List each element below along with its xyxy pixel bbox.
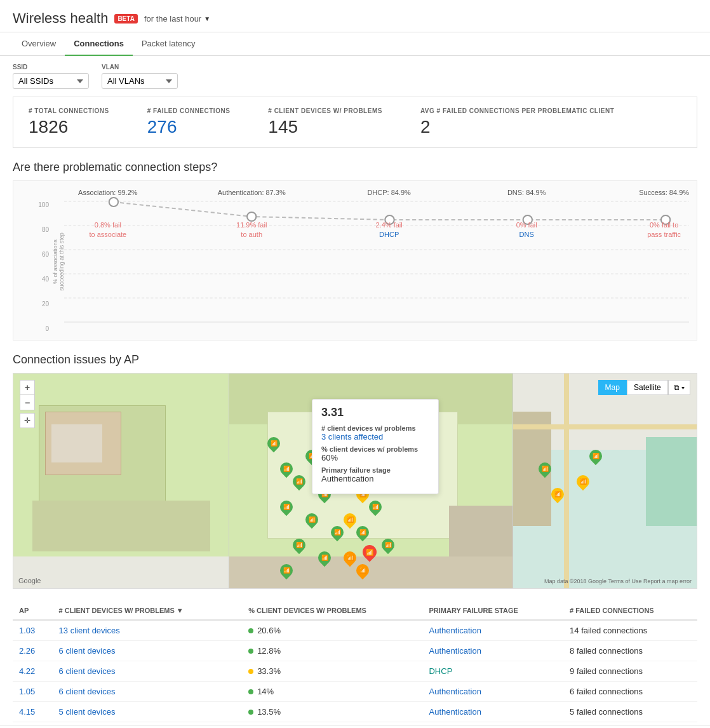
map-layers-button[interactable]: ⧉ ▾ [668, 380, 690, 395]
cell-failure: Authentication [422, 702, 563, 722]
cell-pct: 12.8% [242, 641, 422, 661]
table-body: 1.03 13 client devices 20.6% Authenticat… [13, 620, 697, 722]
clients-link[interactable]: 6 client devices [59, 687, 116, 696]
svg-point-9 [523, 215, 532, 224]
chart-svg [64, 189, 689, 335]
cell-failed-count: 8 failed connections [563, 641, 697, 661]
google-watermark: Google [18, 577, 41, 584]
page-header: Wireless health BETA for the last hour ▼ [0, 0, 710, 32]
table-row: 1.05 6 client devices 14% Authentication… [13, 682, 697, 702]
tooltip-ap-number: 3.31 [321, 406, 429, 419]
time-filter-arrow: ▼ [204, 15, 210, 22]
cell-failure: DHCP [422, 661, 563, 682]
cell-clients: 6 client devices [53, 682, 243, 702]
failure-link[interactable]: DHCP [429, 666, 452, 676]
pct-value: 33.3% [257, 666, 281, 676]
col-failure: Primary failure stage [422, 602, 563, 620]
failure-link[interactable]: Authentication [429, 707, 481, 717]
zoom-out-button[interactable]: − [20, 395, 35, 410]
pct-value: 12.8% [257, 646, 281, 656]
tabs-bar: Overview Connections Packet latency [0, 32, 710, 56]
connection-steps-chart: 100 80 60 40 20 0 % of associationssucce… [13, 180, 697, 340]
vlan-filter-group: VLAN All VLANs [102, 64, 178, 89]
y-axis: 100 80 60 40 20 0 [21, 189, 53, 335]
col-clients[interactable]: # client devices w/ problems ▼ [53, 602, 243, 620]
chart-container: 100 80 60 40 20 0 % of associationssucce… [21, 189, 689, 335]
stat-client-value: 145 [268, 117, 382, 137]
zoom-in-button[interactable]: + [20, 380, 35, 395]
svg-point-8 [385, 215, 394, 224]
cell-failed-count: 9 failed connections [563, 661, 697, 682]
map-left-panel: + − ✛ Google [13, 374, 229, 588]
tab-connections[interactable]: Connections [65, 32, 133, 56]
tab-packet-latency[interactable]: Packet latency [133, 32, 204, 56]
stat-avg-failed: AVG # FAILED CONNECTIONS PER PROBLEMATIC… [420, 107, 614, 137]
map-right-panel: 📶 📶 📶 📶 Map Satellite ⧉ ▾ Map data ©2018… [512, 374, 697, 588]
table-row: 1.03 13 client devices 20.6% Authenticat… [13, 620, 697, 641]
stat-failed-connections: # FAILED CONNECTIONS 276 [147, 107, 231, 137]
pct-dot [248, 689, 253, 694]
table-header-row: AP # client devices w/ problems ▼ % clie… [13, 602, 697, 620]
ap-link[interactable]: 2.26 [19, 646, 35, 656]
cell-failed-count: 14 failed connections [563, 620, 697, 641]
cell-pct: 14% [242, 682, 422, 702]
cell-failed-count: 5 failed connections [563, 702, 697, 722]
tab-overview[interactable]: Overview [13, 32, 65, 56]
time-filter-dropdown[interactable]: for the last hour ▼ [144, 14, 210, 24]
map-type-controls: Map Satellite ⧉ ▾ [598, 380, 690, 395]
stat-total-value: 1826 [29, 117, 109, 137]
table-row: 4.22 6 client devices 33.3% DHCP 9 faile… [13, 661, 697, 682]
compass-button[interactable]: ✛ [20, 413, 35, 428]
svg-point-10 [661, 215, 670, 224]
ssid-select[interactable]: All SSIDs [13, 73, 89, 89]
vlan-select[interactable]: All VLANs [102, 73, 178, 89]
clients-link[interactable]: 6 client devices [59, 646, 116, 656]
vlan-label: VLAN [102, 64, 178, 71]
cell-failure: Authentication [422, 620, 563, 641]
svg-point-6 [109, 198, 118, 206]
failure-link[interactable]: Authentication [429, 646, 481, 656]
col-pct: % client devices w/ problems [242, 602, 422, 620]
tooltip-failure-row: Primary failure stage Authentication [321, 466, 429, 483]
map-center-panel[interactable]: 📶 📶 📶 📶 📶 📶 📶 📶 📶 📶 📶 📶 📶 📶 📶 📶 📶 📶 📶 📶 … [229, 374, 512, 588]
map-type-map-button[interactable]: Map [598, 380, 627, 395]
pct-dot [248, 628, 253, 633]
filters-bar: SSID All SSIDs VLAN All VLANs [0, 56, 710, 97]
clients-link[interactable]: 5 client devices [59, 707, 116, 717]
failure-link[interactable]: Authentication [429, 687, 481, 696]
page-title: Wireless health [13, 10, 108, 27]
clients-link[interactable]: 13 client devices [59, 626, 120, 635]
pagination-bar: 5 results per page ‹ 1 2 3 ... 36 37 › [0, 725, 710, 728]
cell-clients: 13 client devices [53, 620, 243, 641]
pct-value: 14% [257, 687, 274, 696]
cell-pct: 20.6% [242, 620, 422, 641]
pct-value: 20.6% [257, 626, 281, 635]
y-axis-label: % of associationssucceeding at this step [52, 224, 65, 300]
chart-plot-area: Association: 99.2% 0.8% failto associate… [64, 189, 689, 335]
ap-link[interactable]: 4.22 [19, 666, 35, 676]
ap-table-section: AP # client devices w/ problems ▼ % clie… [13, 602, 697, 722]
map-container[interactable]: + − ✛ Google 📶 📶 📶 📶 📶 📶 📶 📶 📶 📶 [13, 373, 697, 589]
stat-client-devices: # CLIENT DEVICES W/ PROBLEMS 145 [268, 107, 382, 137]
table-header: AP # client devices w/ problems ▼ % clie… [13, 602, 697, 620]
failure-link[interactable]: Authentication [429, 626, 481, 635]
clients-link[interactable]: 6 client devices [59, 666, 116, 676]
cell-clients: 6 client devices [53, 641, 243, 661]
connection-steps-title: Are there problematic connection steps? [0, 148, 710, 180]
map-section-title: Connection issues by AP [0, 340, 710, 373]
ap-link[interactable]: 1.05 [19, 687, 35, 696]
map-data-attribution: Map data ©2018 Google Terms of Use Repor… [544, 578, 692, 584]
stat-total-label: # TOTAL CONNECTIONS [29, 107, 109, 114]
beta-badge: BETA [114, 14, 137, 24]
stat-client-label: # CLIENT DEVICES W/ PROBLEMS [268, 107, 382, 114]
col-failed-connections: # failed connections [563, 602, 697, 620]
ap-link[interactable]: 1.03 [19, 626, 35, 635]
map-tooltip: 3.31 # client devices w/ problems 3 clie… [312, 399, 439, 494]
map-type-satellite-button[interactable]: Satellite [627, 380, 668, 395]
cell-ap: 4.15 [13, 702, 53, 722]
pct-dot [248, 710, 253, 715]
cell-ap: 1.05 [13, 682, 53, 702]
ap-link[interactable]: 4.15 [19, 707, 35, 717]
cell-ap: 4.22 [13, 661, 53, 682]
table-row: 4.15 5 client devices 13.5% Authenticati… [13, 702, 697, 722]
